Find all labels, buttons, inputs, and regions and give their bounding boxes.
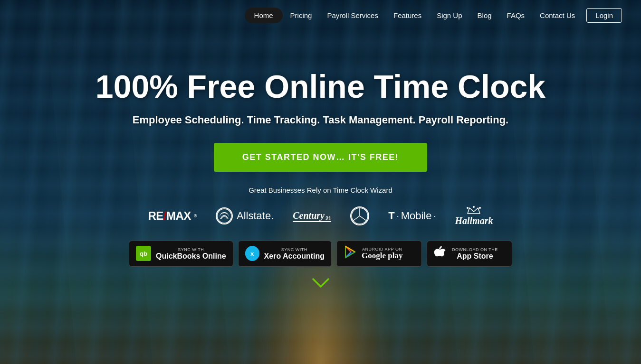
xero-text: Sync with Xero Accounting (264, 247, 325, 261)
nav-item-signup[interactable]: Sign Up (429, 8, 469, 23)
brand-allstate: Allstate. (216, 207, 274, 224)
app-store-badge[interactable]: Download on the App Store (427, 241, 512, 267)
brand-hallmark: Hallmark (455, 206, 493, 226)
xero-badge[interactable]: x Sync with Xero Accounting (238, 241, 332, 267)
quickbooks-badge[interactable]: qb Sync with QuickBooks Online (129, 241, 233, 267)
hallmark-crown-icon (467, 206, 481, 215)
hero-title: 100% Free Online Time Clock (96, 69, 545, 104)
nav-link-signup[interactable]: Sign Up (429, 8, 469, 23)
svg-point-7 (473, 206, 475, 208)
nav-link-login[interactable]: Login (586, 8, 622, 23)
allstate-icon (216, 207, 233, 224)
navbar: Home Pricing Payroll Services Features S… (0, 0, 641, 31)
nav-item-pricing[interactable]: Pricing (283, 8, 320, 23)
remax-text: RE/MAX (148, 209, 191, 223)
google-play-text: ANDROID APP ON Google play (362, 247, 402, 261)
nav-item-contact[interactable]: Contact Us (532, 8, 583, 23)
apple-icon (434, 245, 447, 262)
xero-icon: x (245, 246, 259, 261)
nav-link-blog[interactable]: Blog (470, 8, 499, 23)
svg-point-8 (479, 207, 481, 209)
trust-text: Great Businesses Rely on Time Clock Wiza… (249, 186, 392, 194)
nav-item-login[interactable]: Login (583, 8, 622, 23)
svg-marker-5 (468, 208, 480, 214)
nav-link-pricing[interactable]: Pricing (283, 8, 320, 23)
hero-subtitle: Employee Scheduling. Time Tracking. Task… (133, 114, 508, 126)
google-play-icon (344, 245, 357, 262)
hallmark-text: Hallmark (455, 215, 493, 226)
tmobile-t: T (388, 210, 394, 222)
cta-button[interactable]: GET STARTED NOW… IT'S FREE! (214, 143, 427, 172)
nav-item-blog[interactable]: Blog (470, 8, 499, 23)
nav-item-home[interactable]: Home (245, 8, 283, 23)
brand-century21: Century 21 (293, 210, 331, 222)
nav-link-home[interactable]: Home (245, 8, 283, 23)
google-play-badge[interactable]: ANDROID APP ON Google play (336, 241, 422, 267)
app-badges: qb Sync with QuickBooks Online x Sync wi… (129, 241, 512, 267)
nav-link-contact[interactable]: Contact Us (532, 8, 583, 23)
app-store-text: Download on the App Store (452, 247, 498, 261)
nav-link-payroll[interactable]: Payroll Services (319, 8, 386, 23)
svg-point-0 (217, 209, 231, 223)
allstate-text: Allstate. (237, 210, 274, 222)
scroll-chevron[interactable] (311, 276, 330, 292)
nav-link-faqs[interactable]: FAQs (499, 8, 533, 23)
brand-tmobile: T · Mobile · (388, 210, 436, 222)
nav-item-faqs[interactable]: FAQs (499, 8, 533, 23)
hero-content: 100% Free Online Time Clock Employee Sch… (0, 31, 641, 292)
brand-remax: RE/MAX ® (148, 209, 197, 223)
svg-line-4 (360, 216, 366, 221)
tmobile-mobile: Mobile (401, 210, 432, 222)
tmobile-dot2: · (433, 211, 436, 221)
quickbooks-text: Sync with QuickBooks Online (156, 247, 226, 261)
nav-item-payroll[interactable]: Payroll Services (319, 8, 386, 23)
brand-logos: RE/MAX ® Allstate. Century 21 (148, 206, 493, 226)
nav-item-features[interactable]: Features (386, 8, 429, 23)
svg-line-3 (353, 216, 360, 221)
brand-mercedes (350, 206, 369, 225)
mercedes-icon (350, 206, 369, 225)
quickbooks-icon: qb (136, 246, 151, 261)
svg-point-6 (467, 207, 469, 209)
tmobile-dot: · (397, 211, 399, 221)
nav-link-features[interactable]: Features (386, 8, 429, 23)
nav-links: Home Pricing Payroll Services Features S… (245, 8, 622, 23)
